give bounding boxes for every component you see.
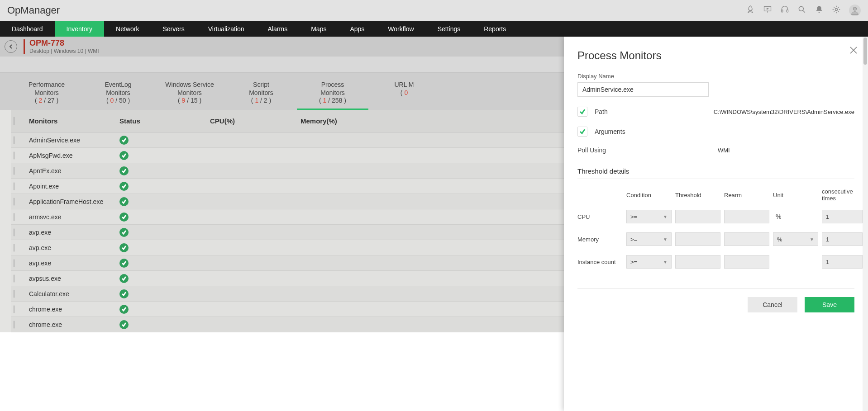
unit-select[interactable]: %▼ bbox=[773, 232, 818, 246]
threshold-input[interactable] bbox=[675, 255, 720, 269]
threshold-row-cpu: CPU>=▼%1 bbox=[577, 205, 854, 228]
threshold-input[interactable] bbox=[675, 210, 720, 223]
row-checkbox[interactable] bbox=[14, 213, 14, 221]
row-checkbox[interactable] bbox=[14, 151, 14, 160]
row-monitor-name: chrome.exe bbox=[26, 321, 117, 328]
threshold-row-memory: Memory>=▼%▼1 bbox=[577, 228, 854, 250]
status-indicator-bar bbox=[24, 39, 25, 54]
nav-settings[interactable]: Settings bbox=[426, 21, 472, 37]
nav-apps[interactable]: Apps bbox=[338, 21, 376, 37]
monitor-cat-4[interactable]: ProcessMonitors( 1 / 258 ) bbox=[297, 77, 368, 110]
threshold-input[interactable] bbox=[675, 232, 720, 246]
th-col-rearm: Rearm bbox=[724, 192, 769, 198]
col-monitors[interactable]: Monitors bbox=[26, 117, 117, 125]
nav-alarms[interactable]: Alarms bbox=[256, 21, 300, 37]
panel-footer: Cancel Save bbox=[577, 288, 854, 312]
top-icons bbox=[746, 5, 861, 16]
row-checkbox[interactable] bbox=[14, 182, 14, 190]
rearm-input[interactable] bbox=[724, 210, 769, 223]
display-name-input[interactable] bbox=[577, 82, 709, 97]
status-ok-icon bbox=[119, 151, 129, 160]
arguments-checkbox[interactable] bbox=[577, 127, 587, 137]
nav-virtualization[interactable]: Virtualization bbox=[196, 21, 256, 37]
consecutive-input[interactable]: 1 bbox=[822, 210, 863, 223]
row-monitor-name: avp.exe bbox=[26, 229, 117, 236]
rearm-input[interactable] bbox=[724, 255, 769, 269]
row-checkbox[interactable] bbox=[14, 167, 14, 175]
close-icon[interactable] bbox=[849, 46, 858, 57]
rocket-icon[interactable] bbox=[746, 5, 755, 16]
status-ok-icon bbox=[119, 213, 129, 222]
nav-workflow[interactable]: Workflow bbox=[376, 21, 425, 37]
svg-rect-1 bbox=[782, 10, 783, 12]
svg-point-3 bbox=[799, 6, 803, 11]
monitor-cat-2[interactable]: Windows ServiceMonitors( 9 / 15 ) bbox=[154, 77, 225, 110]
col-cpu[interactable]: CPU(%) bbox=[207, 117, 298, 125]
row-checkbox[interactable] bbox=[14, 259, 14, 267]
status-ok-icon bbox=[119, 182, 129, 191]
user-avatar[interactable] bbox=[849, 5, 861, 16]
back-button[interactable] bbox=[5, 40, 17, 53]
path-label: Path bbox=[595, 108, 608, 115]
status-ok-icon bbox=[119, 305, 129, 314]
process-monitor-panel: Process Monitors Display Name Path C:\WI… bbox=[564, 37, 868, 332]
threshold-label: Memory bbox=[577, 236, 623, 243]
monitor-cat-5[interactable]: URL M( 0 bbox=[368, 77, 440, 110]
condition-select[interactable]: >=▼ bbox=[626, 255, 672, 269]
scrollbar-thumb[interactable] bbox=[863, 38, 867, 65]
row-checkbox[interactable] bbox=[14, 321, 14, 329]
path-checkbox[interactable] bbox=[577, 107, 587, 117]
row-monitor-name: avp.exe bbox=[26, 244, 117, 251]
row-checkbox[interactable] bbox=[14, 136, 14, 144]
cancel-button[interactable]: Cancel bbox=[748, 297, 797, 312]
unit-value: % bbox=[773, 213, 818, 220]
path-value: C:\WINDOWS\system32\DRIVERS\AdminService… bbox=[714, 109, 854, 115]
nav-inventory[interactable]: Inventory bbox=[55, 21, 105, 37]
nav-dashboard[interactable]: Dashboard bbox=[0, 21, 55, 37]
rearm-input[interactable] bbox=[724, 232, 769, 246]
headset-icon[interactable] bbox=[780, 5, 789, 16]
nav-network[interactable]: Network bbox=[104, 21, 151, 37]
bell-icon[interactable] bbox=[815, 5, 824, 16]
row-checkbox[interactable] bbox=[14, 198, 14, 206]
consecutive-input[interactable]: 1 bbox=[822, 255, 863, 269]
select-all-checkbox[interactable] bbox=[14, 117, 14, 125]
row-checkbox[interactable] bbox=[14, 228, 14, 236]
monitor-cat-3[interactable]: ScriptMonitors( 1 / 2 ) bbox=[225, 77, 297, 110]
presentation-icon[interactable] bbox=[763, 5, 772, 16]
status-ok-icon bbox=[119, 228, 129, 237]
nav-servers[interactable]: Servers bbox=[151, 21, 196, 37]
consecutive-input[interactable]: 1 bbox=[822, 232, 863, 246]
monitor-cat-1[interactable]: EventLogMonitors( 0 / 50 ) bbox=[82, 77, 154, 110]
nav-reports[interactable]: Reports bbox=[472, 21, 518, 37]
threshold-section-title: Threshold details bbox=[577, 167, 854, 179]
poll-using-label: Poll Using bbox=[577, 146, 606, 154]
row-monitor-name: ApntEx.exe bbox=[26, 167, 117, 175]
row-checkbox[interactable] bbox=[14, 305, 14, 313]
row-monitor-name: ApplicationFrameHost.exe bbox=[26, 198, 117, 205]
status-ok-icon bbox=[119, 243, 129, 252]
monitor-cat-0[interactable]: PerformanceMonitors( 2 / 27 ) bbox=[11, 77, 82, 110]
device-meta: Desktop | Windows 10 | WMI bbox=[29, 48, 99, 54]
row-monitor-name: Calculator.exe bbox=[26, 290, 117, 298]
search-icon[interactable] bbox=[797, 5, 806, 16]
threshold-header: Condition Threshold Rearm Unit consecuti… bbox=[577, 184, 854, 205]
status-ok-icon bbox=[119, 289, 129, 298]
status-ok-icon bbox=[119, 274, 129, 283]
main-nav: DashboardInventoryNetworkServersVirtuali… bbox=[0, 21, 868, 37]
save-button[interactable]: Save bbox=[805, 297, 854, 312]
status-ok-icon bbox=[119, 320, 129, 329]
col-status[interactable]: Status bbox=[117, 117, 207, 125]
status-ok-icon bbox=[119, 166, 129, 175]
svg-point-5 bbox=[853, 7, 856, 10]
row-checkbox[interactable] bbox=[14, 244, 14, 252]
panel-scrollbar[interactable] bbox=[863, 37, 868, 332]
condition-select[interactable]: >=▼ bbox=[626, 232, 672, 246]
status-ok-icon bbox=[119, 197, 129, 206]
nav-maps[interactable]: Maps bbox=[299, 21, 338, 37]
condition-select[interactable]: >=▼ bbox=[626, 210, 672, 223]
row-checkbox[interactable] bbox=[14, 274, 14, 283]
display-name-label: Display Name bbox=[577, 73, 854, 80]
gear-icon[interactable] bbox=[832, 5, 841, 16]
row-checkbox[interactable] bbox=[14, 290, 14, 298]
